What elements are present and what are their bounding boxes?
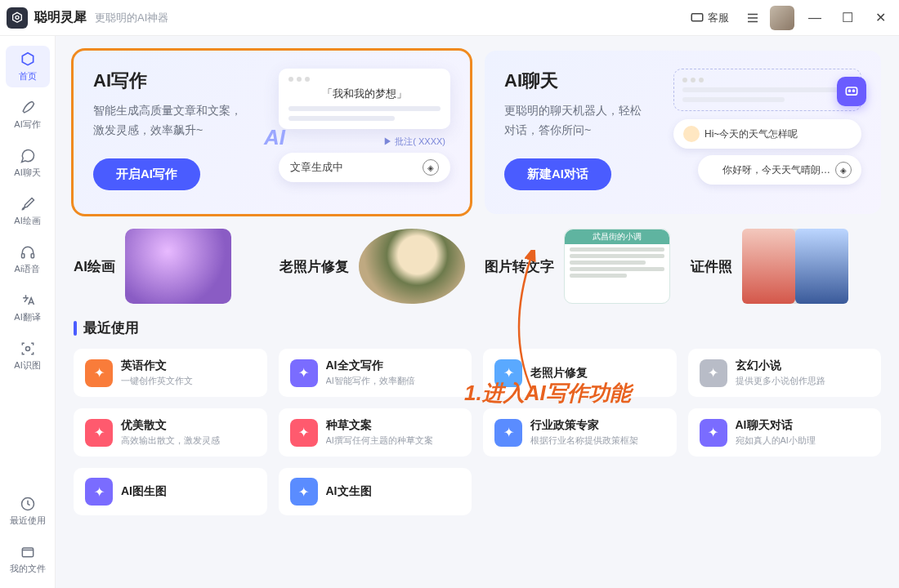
recent-card-icon: ✦: [494, 419, 522, 447]
sidebar-item-home[interactable]: 首页: [6, 46, 50, 87]
recent-card-desc: 提供更多小说创作思路: [736, 375, 825, 387]
sidebar: 首页 AI写作 AI聊天 AI绘画 Ai语音 AI翻译 AI识图 最: [0, 36, 56, 588]
paint-thumb: [125, 229, 231, 304]
recent-card[interactable]: ✦ AI全文写作 AI智能写作，效率翻倍: [279, 349, 472, 397]
hero-write-illustration: 「我和我的梦想」 ▶ 批注( XXXX) AI 文章生成中 ◈: [279, 69, 450, 196]
recent-card-icon: ✦: [85, 419, 113, 447]
app-tagline: 更聪明的AI神器: [95, 11, 168, 25]
recent-grid: ✦ 英语作文 一键创作英文作文✦ AI全文写作 AI智能写作，效率翻倍✦ 老照片…: [74, 349, 881, 515]
svg-point-8: [849, 90, 851, 91]
maximize-button[interactable]: ☐: [835, 6, 860, 30]
recent-card[interactable]: ✦ 种草文案 AI撰写任何主题的种草文案: [279, 408, 472, 457]
recent-card-desc: 根据行业名称提供政策框架: [530, 434, 638, 447]
recent-card-icon: ✦: [290, 478, 318, 506]
svg-rect-7: [846, 87, 857, 95]
app-logo-icon: [7, 7, 28, 29]
recent-card[interactable]: ✦ 老照片修复: [483, 349, 677, 397]
folder-icon: [19, 543, 37, 561]
svg-point-4: [25, 347, 29, 351]
recent-card[interactable]: ✦ 行业政策专家 根据行业名称提供政策框架: [483, 408, 677, 457]
sidebar-item-files[interactable]: 我的文件: [6, 538, 50, 580]
app-name: 聪明灵犀: [34, 9, 87, 26]
recent-card-title: 老照片修复: [530, 366, 588, 381]
quill-icon: [19, 99, 37, 117]
feature-card-idphoto[interactable]: 证件照: [691, 229, 882, 304]
hero-card-write[interactable]: AI写作 智能生成高质量文章和文案， 激发灵感，效率飙升~ 开启AI写作 「我和…: [74, 51, 470, 214]
hero-write-title: AI写作: [93, 69, 279, 93]
app-logo-wrap: 聪明灵犀: [7, 7, 87, 29]
sidebar-item-ocr[interactable]: AI识图: [6, 335, 50, 376]
sidebar-item-voice[interactable]: Ai语音: [6, 238, 50, 280]
recent-card-title: AI全文写作: [326, 359, 415, 373]
hero-chat-desc: 更聪明的聊天机器人，轻松 对话，答你所问~: [504, 101, 673, 140]
close-button[interactable]: ✕: [868, 6, 892, 30]
recent-card-icon: ✦: [700, 419, 727, 447]
svg-point-0: [16, 16, 19, 19]
feature-card-paint[interactable]: AI绘画: [74, 229, 265, 304]
recent-card-icon: ✦: [85, 478, 113, 506]
recent-card-title: AI图生图: [121, 484, 167, 499]
chat-icon: [19, 147, 37, 165]
recent-card-desc: 宛如真人的AI小助理: [736, 434, 816, 447]
logo-small-icon: ◈: [423, 159, 439, 176]
recent-card[interactable]: ✦ AI聊天对话 宛如真人的AI小助理: [688, 408, 882, 457]
recent-card[interactable]: ✦ AI文生图: [279, 468, 472, 515]
svg-rect-2: [21, 254, 24, 258]
svg-point-9: [853, 90, 855, 91]
recent-card[interactable]: ✦ 玄幻小说 提供更多小说创作思路: [688, 349, 882, 397]
recent-card-title: 玄幻小说: [736, 359, 825, 373]
brush-icon: [19, 195, 37, 213]
hero-card-chat[interactable]: AI聊天 更聪明的聊天机器人，轻松 对话，答你所问~ 新建AI对话: [485, 51, 881, 214]
title-bar: 聪明灵犀 更聪明的AI神器 客服 — ☐ ✕: [0, 0, 899, 36]
recent-card-desc: AI撰写任何主题的种草文案: [326, 434, 433, 447]
hero-write-desc: 智能生成高质量文章和文案， 激发灵感，效率飙升~: [93, 101, 279, 140]
home-icon: [19, 51, 37, 69]
recent-card[interactable]: ✦ AI图生图: [74, 468, 267, 515]
sidebar-item-chat[interactable]: AI聊天: [6, 142, 50, 184]
avatar[interactable]: [770, 6, 794, 30]
recent-card-icon: ✦: [290, 419, 318, 447]
ocr-thumb: 武昌街的小调: [564, 229, 670, 304]
sidebar-item-translate[interactable]: AI翻译: [6, 287, 50, 328]
recent-card-title: AI文生图: [326, 484, 372, 499]
recent-card-desc: AI智能写作，效率翻倍: [326, 375, 415, 387]
scan-icon: [19, 340, 37, 358]
recent-card-icon: ✦: [290, 359, 318, 387]
recent-card-title: AI聊天对话: [736, 418, 816, 433]
minimize-button[interactable]: —: [803, 6, 827, 30]
hero-chat-illustration: Hi~今天的天气怎样呢 你好呀，今天天气晴朗…◈: [673, 69, 861, 196]
restore-thumb: [359, 229, 465, 304]
menu-icon[interactable]: [744, 9, 762, 27]
clock-icon: [19, 495, 37, 513]
idphoto-thumb: [742, 229, 848, 304]
recent-card[interactable]: ✦ 优美散文 高效输出散文，激发灵感: [74, 408, 267, 457]
recent-card-title: 英语作文: [121, 359, 193, 373]
logo-small-icon: ◈: [835, 162, 852, 178]
recent-card-title: 行业政策专家: [530, 418, 638, 433]
recent-card-title: 种草文案: [326, 418, 433, 433]
feature-card-ocr[interactable]: 图片转文字 武昌街的小调: [485, 229, 676, 304]
recent-card-icon: ✦: [700, 359, 727, 387]
recent-card-desc: 一键创作英文作文: [121, 375, 193, 387]
start-write-button[interactable]: 开启AI写作: [93, 158, 200, 190]
recent-header: 最近使用: [74, 318, 881, 337]
chatbot-icon: [837, 77, 866, 106]
headphone-icon: [19, 243, 37, 261]
start-chat-button[interactable]: 新建AI对话: [504, 158, 611, 190]
recent-card-icon: ✦: [85, 359, 113, 387]
hero-chat-title: AI聊天: [504, 69, 673, 93]
recent-card[interactable]: ✦ 英语作文 一键创作英文作文: [74, 349, 267, 397]
svg-rect-6: [22, 548, 33, 557]
face-icon: [683, 126, 700, 142]
feature-card-restore[interactable]: 老照片修复: [280, 229, 471, 304]
recent-card-icon: ✦: [494, 359, 522, 387]
sidebar-item-write[interactable]: AI写作: [6, 94, 50, 136]
sidebar-item-paint[interactable]: AI绘画: [6, 190, 50, 232]
ai-badge-icon: AI: [264, 125, 285, 150]
main-content: AI写作 智能生成高质量文章和文案， 激发灵感，效率飙升~ 开启AI写作 「我和…: [56, 36, 899, 588]
recent-card-title: 优美散文: [121, 418, 220, 433]
recent-card-desc: 高效输出散文，激发灵感: [121, 434, 220, 447]
svg-rect-3: [31, 254, 34, 258]
support-button[interactable]: 客服: [683, 7, 736, 29]
sidebar-item-recent[interactable]: 最近使用: [6, 490, 50, 532]
